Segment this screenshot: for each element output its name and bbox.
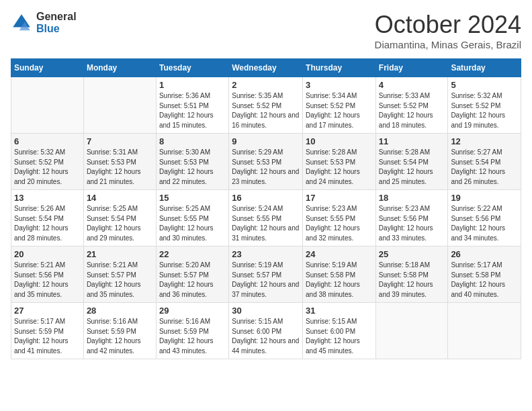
day-info: Sunrise: 5:18 AMSunset: 5:58 PMDaylight:… xyxy=(379,261,445,300)
day-info: Sunrise: 5:20 AMSunset: 5:57 PMDaylight:… xyxy=(159,261,226,300)
day-number: 5 xyxy=(451,80,518,90)
day-number: 14 xyxy=(87,193,153,203)
day-number: 20 xyxy=(14,249,81,259)
calendar-cell: 24Sunrise: 5:19 AMSunset: 5:58 PMDayligh… xyxy=(303,246,376,303)
title-section: October 2024 Diamantina, Minas Gerais, B… xyxy=(375,11,521,50)
day-number: 21 xyxy=(87,249,153,259)
day-info: Sunrise: 5:24 AMSunset: 5:55 PMDaylight:… xyxy=(232,204,300,243)
day-number: 31 xyxy=(306,306,373,316)
day-info: Sunrise: 5:21 AMSunset: 5:57 PMDaylight:… xyxy=(87,261,153,300)
calendar-cell: 20Sunrise: 5:21 AMSunset: 5:56 PMDayligh… xyxy=(11,246,84,303)
day-info: Sunrise: 5:16 AMSunset: 5:59 PMDaylight:… xyxy=(87,317,153,356)
calendar-cell: 6Sunrise: 5:32 AMSunset: 5:52 PMDaylight… xyxy=(11,134,84,190)
calendar-cell: 11Sunrise: 5:28 AMSunset: 5:54 PMDayligh… xyxy=(375,134,448,190)
day-number: 29 xyxy=(159,306,226,316)
day-number: 27 xyxy=(14,306,81,316)
day-number: 9 xyxy=(232,136,300,146)
calendar-cell: 21Sunrise: 5:21 AMSunset: 5:57 PMDayligh… xyxy=(83,246,156,303)
day-info: Sunrise: 5:23 AMSunset: 5:56 PMDaylight:… xyxy=(379,204,445,243)
day-number: 12 xyxy=(451,136,518,146)
logo-icon xyxy=(11,12,32,34)
calendar-week-row: 1Sunrise: 5:36 AMSunset: 5:51 PMDaylight… xyxy=(11,77,521,134)
day-number: 4 xyxy=(379,80,445,90)
calendar-cell: 25Sunrise: 5:18 AMSunset: 5:58 PMDayligh… xyxy=(375,246,448,303)
calendar-cell: 29Sunrise: 5:16 AMSunset: 5:59 PMDayligh… xyxy=(156,303,228,359)
calendar-header-row: SundayMondayTuesdayWednesdayThursdayFrid… xyxy=(11,59,521,77)
calendar-cell: 23Sunrise: 5:19 AMSunset: 5:57 PMDayligh… xyxy=(229,246,303,303)
day-number: 6 xyxy=(14,136,81,146)
day-number: 30 xyxy=(232,306,300,316)
day-info: Sunrise: 5:34 AMSunset: 5:52 PMDaylight:… xyxy=(306,91,373,130)
calendar-week-row: 20Sunrise: 5:21 AMSunset: 5:56 PMDayligh… xyxy=(11,246,521,303)
calendar-cell xyxy=(11,77,84,134)
calendar-cell: 3Sunrise: 5:34 AMSunset: 5:52 PMDaylight… xyxy=(303,77,376,134)
calendar-cell: 12Sunrise: 5:27 AMSunset: 5:54 PMDayligh… xyxy=(448,134,521,190)
day-info: Sunrise: 5:27 AMSunset: 5:54 PMDaylight:… xyxy=(451,148,518,187)
day-info: Sunrise: 5:32 AMSunset: 5:52 PMDaylight:… xyxy=(451,91,518,130)
day-info: Sunrise: 5:22 AMSunset: 5:56 PMDaylight:… xyxy=(451,204,518,243)
calendar-cell: 30Sunrise: 5:15 AMSunset: 6:00 PMDayligh… xyxy=(229,303,303,359)
day-info: Sunrise: 5:19 AMSunset: 5:57 PMDaylight:… xyxy=(232,261,300,300)
calendar-cell: 7Sunrise: 5:31 AMSunset: 5:53 PMDaylight… xyxy=(83,134,156,190)
calendar-cell: 9Sunrise: 5:29 AMSunset: 5:53 PMDaylight… xyxy=(229,134,303,190)
day-info: Sunrise: 5:19 AMSunset: 5:58 PMDaylight:… xyxy=(306,261,373,300)
day-number: 3 xyxy=(306,80,373,90)
day-number: 1 xyxy=(159,80,226,90)
day-info: Sunrise: 5:25 AMSunset: 5:55 PMDaylight:… xyxy=(159,204,226,243)
column-header-monday: Monday xyxy=(83,59,156,77)
main-title: October 2024 xyxy=(375,11,521,39)
calendar-cell: 22Sunrise: 5:20 AMSunset: 5:57 PMDayligh… xyxy=(156,246,228,303)
logo-text: General Blue xyxy=(36,11,77,34)
column-header-thursday: Thursday xyxy=(303,59,376,77)
day-number: 10 xyxy=(306,136,373,146)
day-info: Sunrise: 5:17 AMSunset: 5:58 PMDaylight:… xyxy=(451,261,518,300)
calendar-cell: 18Sunrise: 5:23 AMSunset: 5:56 PMDayligh… xyxy=(375,190,448,246)
calendar-cell: 19Sunrise: 5:22 AMSunset: 5:56 PMDayligh… xyxy=(448,190,521,246)
day-info: Sunrise: 5:28 AMSunset: 5:54 PMDaylight:… xyxy=(379,148,445,187)
day-number: 25 xyxy=(379,249,445,259)
calendar-cell: 13Sunrise: 5:26 AMSunset: 5:54 PMDayligh… xyxy=(11,190,84,246)
calendar-cell: 27Sunrise: 5:17 AMSunset: 5:59 PMDayligh… xyxy=(11,303,84,359)
calendar-cell: 10Sunrise: 5:28 AMSunset: 5:53 PMDayligh… xyxy=(303,134,376,190)
day-number: 2 xyxy=(232,80,300,90)
day-info: Sunrise: 5:25 AMSunset: 5:54 PMDaylight:… xyxy=(87,204,153,243)
page-header: General Blue October 2024 Diamantina, Mi… xyxy=(11,11,521,50)
column-header-tuesday: Tuesday xyxy=(156,59,228,77)
calendar-cell: 31Sunrise: 5:15 AMSunset: 6:00 PMDayligh… xyxy=(303,303,376,359)
day-info: Sunrise: 5:33 AMSunset: 5:52 PMDaylight:… xyxy=(379,91,445,130)
day-number: 19 xyxy=(451,193,518,203)
day-number: 16 xyxy=(232,193,300,203)
calendar-cell: 14Sunrise: 5:25 AMSunset: 5:54 PMDayligh… xyxy=(83,190,156,246)
day-info: Sunrise: 5:26 AMSunset: 5:54 PMDaylight:… xyxy=(14,204,81,243)
day-info: Sunrise: 5:35 AMSunset: 5:52 PMDaylight:… xyxy=(232,91,300,130)
day-number: 7 xyxy=(87,136,153,146)
calendar-cell: 4Sunrise: 5:33 AMSunset: 5:52 PMDaylight… xyxy=(375,77,448,134)
calendar-cell: 16Sunrise: 5:24 AMSunset: 5:55 PMDayligh… xyxy=(229,190,303,246)
day-number: 23 xyxy=(232,249,300,259)
day-number: 24 xyxy=(306,249,373,259)
column-header-saturday: Saturday xyxy=(448,59,521,77)
calendar-week-row: 27Sunrise: 5:17 AMSunset: 5:59 PMDayligh… xyxy=(11,303,521,359)
day-number: 28 xyxy=(87,306,153,316)
logo-blue: Blue xyxy=(36,23,77,35)
day-info: Sunrise: 5:30 AMSunset: 5:53 PMDaylight:… xyxy=(159,148,226,187)
day-number: 26 xyxy=(451,249,518,259)
calendar-cell: 8Sunrise: 5:30 AMSunset: 5:53 PMDaylight… xyxy=(156,134,228,190)
calendar-week-row: 13Sunrise: 5:26 AMSunset: 5:54 PMDayligh… xyxy=(11,190,521,246)
day-info: Sunrise: 5:21 AMSunset: 5:56 PMDaylight:… xyxy=(14,261,81,300)
calendar-cell xyxy=(448,303,521,359)
calendar-cell: 1Sunrise: 5:36 AMSunset: 5:51 PMDaylight… xyxy=(156,77,228,134)
day-number: 8 xyxy=(159,136,226,146)
day-number: 17 xyxy=(306,193,373,203)
calendar-cell: 5Sunrise: 5:32 AMSunset: 5:52 PMDaylight… xyxy=(448,77,521,134)
calendar-cell xyxy=(375,303,448,359)
logo-general: General xyxy=(36,11,77,23)
calendar-cell: 15Sunrise: 5:25 AMSunset: 5:55 PMDayligh… xyxy=(156,190,228,246)
logo: General Blue xyxy=(11,11,77,34)
day-info: Sunrise: 5:15 AMSunset: 6:00 PMDaylight:… xyxy=(232,317,300,356)
day-info: Sunrise: 5:17 AMSunset: 5:59 PMDaylight:… xyxy=(14,317,81,356)
subtitle: Diamantina, Minas Gerais, Brazil xyxy=(375,39,521,50)
calendar-cell: 2Sunrise: 5:35 AMSunset: 5:52 PMDaylight… xyxy=(229,77,303,134)
day-info: Sunrise: 5:28 AMSunset: 5:53 PMDaylight:… xyxy=(306,148,373,187)
day-info: Sunrise: 5:36 AMSunset: 5:51 PMDaylight:… xyxy=(159,91,226,130)
